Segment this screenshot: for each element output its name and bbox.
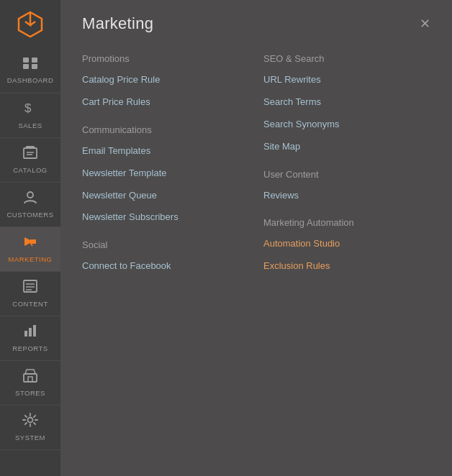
newsletter-template-link[interactable]: Newsletter Template xyxy=(82,168,249,180)
marketing-icon xyxy=(22,234,38,252)
marketing-automation-heading: Marketing Automation xyxy=(263,217,430,228)
sidebar-item-reports[interactable]: REPORTS xyxy=(0,316,60,361)
email-templates-link[interactable]: Email Templates xyxy=(82,145,249,157)
sidebar-item-label: CATALOG xyxy=(13,166,48,174)
svg-marker-11 xyxy=(24,237,30,246)
close-button[interactable]: ✕ xyxy=(420,17,430,30)
sidebar-item-label: REPORTS xyxy=(12,344,48,352)
newsletter-subscribers-link[interactable]: Newsletter Subscribers xyxy=(82,211,249,224)
search-terms-link[interactable]: Search Terms xyxy=(263,96,430,109)
sidebar: DASHBOARD $ SALES CATALOG xyxy=(0,0,60,476)
sidebar-item-label: DASHBOARD xyxy=(7,76,54,84)
customers-icon xyxy=(22,190,38,208)
sidebar-item-label: STORES xyxy=(15,389,45,397)
right-column: SEO & Search URL Rewrites Search Terms S… xyxy=(263,50,430,288)
magento-logo-icon xyxy=(17,11,44,38)
automation-studio-link[interactable]: Automation Studio xyxy=(263,238,430,250)
user-content-heading: User Content xyxy=(263,169,430,180)
svg-point-10 xyxy=(27,192,33,198)
social-heading: Social xyxy=(82,239,249,250)
seo-search-heading: SEO & Search xyxy=(263,53,430,64)
system-icon xyxy=(22,413,38,431)
sidebar-logo xyxy=(0,0,60,49)
svg-rect-6 xyxy=(24,148,37,158)
page-title: Marketing xyxy=(82,14,153,33)
url-rewrites-link[interactable]: URL Rewrites xyxy=(263,74,430,86)
reports-icon xyxy=(22,324,38,342)
search-synonyms-link[interactable]: Search Synonyms xyxy=(263,119,430,131)
promotions-section: Promotions Catalog Price Rule Cart Price… xyxy=(82,53,249,109)
svg-rect-19 xyxy=(29,328,32,337)
svg-rect-3 xyxy=(23,64,29,69)
newsletter-queue-link[interactable]: Newsletter Queue xyxy=(82,190,249,202)
marketing-automation-section: Marketing Automation Automation Studio E… xyxy=(263,217,430,273)
catalog-icon xyxy=(22,145,38,163)
exclusion-rules-link[interactable]: Exclusion Rules xyxy=(263,260,430,273)
stores-icon xyxy=(22,368,38,386)
sidebar-item-sales[interactable]: $ SALES xyxy=(0,93,60,138)
svg-point-23 xyxy=(28,418,33,423)
seo-search-section: SEO & Search URL Rewrites Search Terms S… xyxy=(263,53,430,153)
communications-section: Communications Email Templates Newslette… xyxy=(82,124,249,224)
svg-rect-4 xyxy=(32,64,37,69)
svg-rect-7 xyxy=(26,146,35,149)
sidebar-item-content[interactable]: CONTENT xyxy=(0,272,60,316)
panel-header: Marketing ✕ xyxy=(82,14,430,33)
sidebar-item-label: SYSTEM xyxy=(15,434,45,441)
main-panel: Marketing ✕ Promotions Catalog Price Rul… xyxy=(60,0,452,476)
svg-text:$: $ xyxy=(24,101,32,115)
sales-icon: $ xyxy=(23,101,37,119)
columns-container: Promotions Catalog Price Rule Cart Price… xyxy=(82,50,430,288)
dashboard-icon xyxy=(22,57,38,73)
left-column: Promotions Catalog Price Rule Cart Price… xyxy=(82,50,249,288)
sidebar-item-label: CUSTOMERS xyxy=(6,211,53,219)
sidebar-item-label: SALES xyxy=(18,122,42,129)
svg-rect-18 xyxy=(24,331,27,337)
sidebar-item-system[interactable]: SYSTEM xyxy=(0,406,60,450)
cart-price-rules-link[interactable]: Cart Price Rules xyxy=(82,96,249,109)
svg-line-13 xyxy=(31,244,32,246)
svg-rect-1 xyxy=(23,58,29,63)
sidebar-item-dashboard[interactable]: DASHBOARD xyxy=(0,49,60,93)
sidebar-item-catalog[interactable]: CATALOG xyxy=(0,138,60,183)
reviews-link[interactable]: Reviews xyxy=(263,190,430,202)
svg-rect-12 xyxy=(30,239,36,244)
user-content-section: User Content Reviews xyxy=(263,169,430,202)
sidebar-item-label: MARKETING xyxy=(9,255,53,263)
catalog-price-rule-link[interactable]: Catalog Price Rule xyxy=(82,74,249,86)
svg-rect-21 xyxy=(24,374,37,382)
content-icon xyxy=(22,279,38,297)
promotions-heading: Promotions xyxy=(82,53,249,64)
social-section: Social Connect to Facebook xyxy=(82,239,249,273)
site-map-link[interactable]: Site Map xyxy=(263,141,430,153)
sidebar-item-label: CONTENT xyxy=(12,300,48,308)
sidebar-item-marketing[interactable]: MARKETING xyxy=(0,227,60,272)
svg-rect-22 xyxy=(28,377,32,382)
connect-to-facebook-link[interactable]: Connect to Facebook xyxy=(82,260,249,273)
sidebar-item-customers[interactable]: CUSTOMERS xyxy=(0,183,60,227)
svg-rect-20 xyxy=(33,325,36,337)
communications-heading: Communications xyxy=(82,124,249,135)
sidebar-item-stores[interactable]: STORES xyxy=(0,361,60,406)
svg-rect-2 xyxy=(32,58,37,63)
